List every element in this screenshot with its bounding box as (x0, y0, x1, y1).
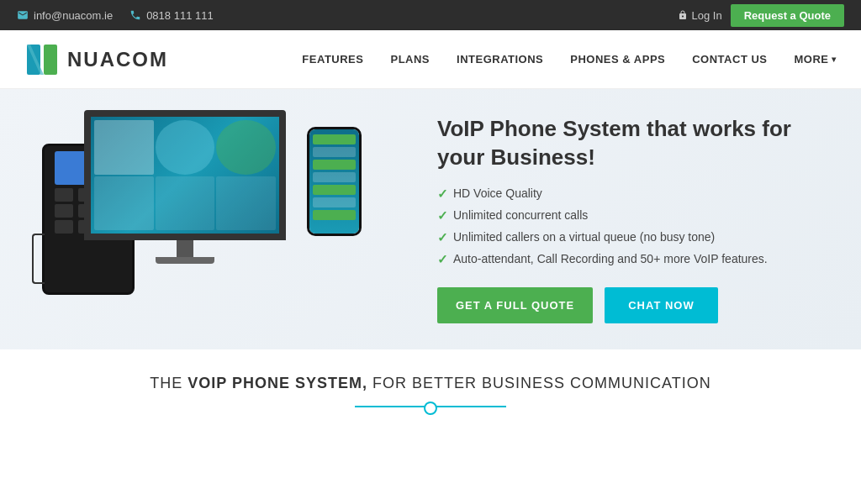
screen-block-5 (156, 176, 215, 231)
nav-phones-apps[interactable]: PHONES & APPS (570, 53, 665, 66)
mobile-row-3 (313, 160, 356, 170)
nav-links: FEATURES PLANS INTEGRATIONS PHONES & APP… (302, 53, 836, 66)
monitor-stand-base (156, 257, 214, 264)
login-label: Log In (692, 9, 722, 22)
phone-contact[interactable]: 0818 111 111 (129, 9, 214, 22)
screen-block-6 (216, 176, 276, 231)
request-quote-button[interactable]: Request a Quote (731, 4, 844, 27)
phone-icon (129, 9, 141, 21)
screen-block-2 (156, 120, 215, 175)
monitor-stand-neck (177, 240, 193, 257)
hero-content: VoIP Phone System that works for your Bu… (404, 115, 827, 324)
hero-title: VoIP Phone System that works for your Bu… (437, 115, 827, 172)
key-4 (55, 204, 73, 218)
check-icon-2: ✓ (437, 208, 448, 223)
monitor-screen (84, 110, 286, 240)
chat-now-button[interactable]: CHAT NOW (605, 287, 718, 323)
devices-illustration (34, 102, 387, 337)
get-full-quote-button[interactable]: GET A FULL QUOTE (437, 287, 593, 323)
hero-title-bold: VoIP Phone System (437, 116, 641, 141)
nav-integrations[interactable]: INTEGRATIONS (457, 53, 543, 66)
mobile-row-5 (313, 185, 356, 195)
hero-features-list: ✓HD Voice Quality ✓Unlimited concurrent … (437, 186, 827, 267)
logo-icon (25, 43, 59, 76)
phone-cord (32, 234, 45, 284)
mobile-row-4 (313, 172, 356, 182)
key-1 (55, 188, 73, 202)
top-bar: info@nuacom.ie 0818 111 111 Log In Reque… (0, 0, 861, 30)
hero-section: VoIP Phone System that works for your Bu… (0, 89, 861, 349)
screen-block-4 (94, 176, 154, 231)
logo-text: NUACOM (67, 48, 168, 71)
hero-title-business: Business! (491, 144, 595, 170)
phone-text: 0818 111 111 (146, 9, 214, 22)
chevron-down-icon: ▾ (832, 55, 837, 64)
nav-contact-us[interactable]: CONTACT US (692, 53, 767, 66)
mobile-row-6 (313, 197, 356, 207)
email-contact[interactable]: info@nuacom.ie (17, 9, 113, 22)
bottom-title: THE VOIP PHONE SYSTEM, FOR BETTER BUSINE… (17, 375, 844, 392)
nav-plans[interactable]: PLANS (390, 53, 430, 66)
screen-block-3 (216, 120, 276, 175)
lock-icon (678, 10, 688, 20)
hero-buttons: GET A FULL QUOTE CHAT NOW (437, 287, 827, 323)
section-divider (355, 406, 506, 407)
feature-3: ✓Unlimited callers on a virtual queue (n… (437, 230, 827, 245)
email-icon (17, 9, 29, 21)
check-icon-3: ✓ (437, 230, 448, 245)
screen-block-1 (94, 120, 154, 175)
top-bar-right: Log In Request a Quote (678, 4, 844, 27)
feature-1: ✓HD Voice Quality (437, 186, 827, 202)
bottom-title-bold: VOIP PHONE SYSTEM, (188, 375, 367, 391)
navbar: NUACOM FEATURES PLANS INTEGRATIONS PHONE… (0, 30, 861, 89)
key-7 (55, 220, 73, 234)
feature-4: ✓Auto-attendant, Call Recording and 50+ … (437, 252, 827, 267)
check-icon-1: ✓ (437, 186, 448, 202)
mobile-row-7 (313, 210, 356, 220)
nav-more-label: MORE (795, 53, 829, 66)
bottom-title-part2: FOR BETTER BUSINESS COMMUNICATION (367, 375, 711, 391)
login-link[interactable]: Log In (678, 9, 722, 22)
monitor (84, 110, 286, 265)
feature-2: ✓Unlimited concurrent calls (437, 208, 827, 223)
mobile-row-2 (313, 147, 356, 157)
nav-features[interactable]: FEATURES (302, 53, 363, 66)
check-icon-4: ✓ (437, 252, 448, 267)
mobile-row-1 (313, 134, 356, 144)
top-bar-left: info@nuacom.ie 0818 111 111 (17, 9, 214, 22)
bottom-section: THE VOIP PHONE SYSTEM, FOR BETTER BUSINE… (0, 349, 861, 424)
email-text: info@nuacom.ie (34, 9, 113, 22)
nav-more[interactable]: MORE ▾ (795, 53, 837, 66)
mobile-screen (309, 129, 359, 234)
monitor-screen-content (91, 117, 279, 234)
mobile-phone (307, 127, 362, 236)
svg-rect-1 (44, 45, 57, 75)
bottom-title-part1: THE (150, 375, 188, 391)
hero-devices (34, 102, 404, 337)
logo[interactable]: NUACOM (25, 43, 168, 76)
